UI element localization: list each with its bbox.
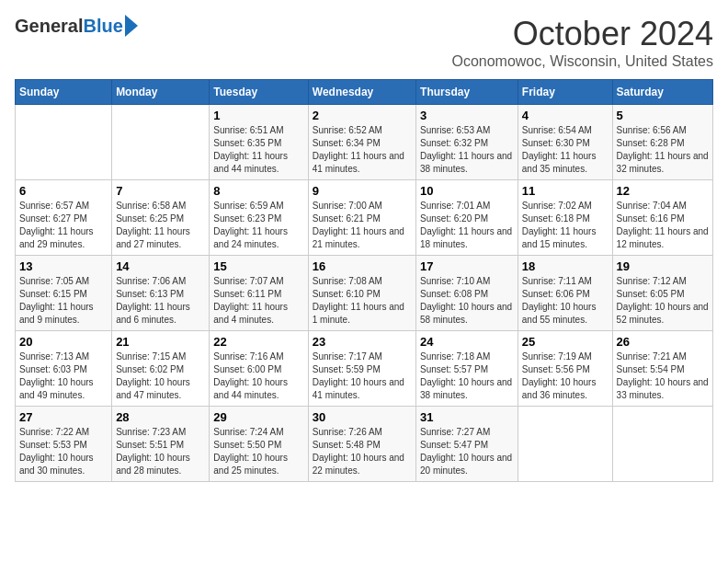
calendar-cell: 15Sunrise: 7:07 AM Sunset: 6:11 PM Dayli… xyxy=(210,256,308,331)
calendar-cell: 5Sunrise: 6:56 AM Sunset: 6:28 PM Daylig… xyxy=(612,105,712,180)
day-number: 29 xyxy=(213,410,303,424)
day-info: Sunrise: 7:24 AM Sunset: 5:50 PM Dayligh… xyxy=(213,426,303,477)
calendar-cell: 7Sunrise: 6:58 AM Sunset: 6:25 PM Daylig… xyxy=(112,180,210,256)
day-info: Sunrise: 6:53 AM Sunset: 6:32 PM Dayligh… xyxy=(420,124,514,176)
day-number: 31 xyxy=(420,410,514,424)
day-info: Sunrise: 7:21 AM Sunset: 5:54 PM Dayligh… xyxy=(617,350,709,402)
header-thursday: Thursday xyxy=(416,80,518,105)
calendar-cell xyxy=(112,105,210,180)
day-number: 13 xyxy=(19,259,108,273)
day-info: Sunrise: 7:04 AM Sunset: 6:16 PM Dayligh… xyxy=(617,200,709,251)
week-row-3: 13Sunrise: 7:05 AM Sunset: 6:15 PM Dayli… xyxy=(16,256,713,331)
calendar-cell: 14Sunrise: 7:06 AM Sunset: 6:13 PM Dayli… xyxy=(112,256,210,331)
day-info: Sunrise: 7:12 AM Sunset: 6:05 PM Dayligh… xyxy=(617,275,709,327)
day-number: 7 xyxy=(116,184,205,198)
day-info: Sunrise: 7:02 AM Sunset: 6:18 PM Dayligh… xyxy=(522,200,609,251)
week-row-2: 6Sunrise: 6:57 AM Sunset: 6:27 PM Daylig… xyxy=(16,180,713,256)
day-number: 25 xyxy=(522,335,609,349)
calendar-cell xyxy=(518,407,612,482)
calendar-cell: 10Sunrise: 7:01 AM Sunset: 6:20 PM Dayli… xyxy=(416,180,518,256)
calendar-cell xyxy=(612,407,712,482)
day-info: Sunrise: 7:13 AM Sunset: 6:03 PM Dayligh… xyxy=(19,350,108,402)
calendar-cell: 23Sunrise: 7:17 AM Sunset: 5:59 PM Dayli… xyxy=(308,331,415,407)
day-number: 15 xyxy=(213,259,303,273)
day-number: 21 xyxy=(116,335,205,349)
week-row-5: 27Sunrise: 7:22 AM Sunset: 5:53 PM Dayli… xyxy=(16,407,713,482)
day-number: 1 xyxy=(213,109,303,122)
calendar-cell: 17Sunrise: 7:10 AM Sunset: 6:08 PM Dayli… xyxy=(416,256,518,331)
day-number: 14 xyxy=(116,259,205,273)
day-info: Sunrise: 6:57 AM Sunset: 6:27 PM Dayligh… xyxy=(19,200,108,251)
day-number: 23 xyxy=(313,335,412,349)
header-wednesday: Wednesday xyxy=(308,80,415,105)
day-number: 30 xyxy=(313,410,412,424)
calendar-cell: 24Sunrise: 7:18 AM Sunset: 5:57 PM Dayli… xyxy=(416,331,518,407)
day-info: Sunrise: 7:27 AM Sunset: 5:47 PM Dayligh… xyxy=(420,426,514,477)
day-number: 8 xyxy=(213,184,303,198)
calendar-cell: 22Sunrise: 7:16 AM Sunset: 6:00 PM Dayli… xyxy=(210,331,308,407)
location-title: Oconomowoc, Wisconsin, United States xyxy=(451,53,713,70)
header-tuesday: Tuesday xyxy=(210,80,308,105)
day-info: Sunrise: 7:07 AM Sunset: 6:11 PM Dayligh… xyxy=(213,275,303,327)
title-block: October 2024 Oconomowoc, Wisconsin, Unit… xyxy=(451,15,713,70)
calendar-cell: 30Sunrise: 7:26 AM Sunset: 5:48 PM Dayli… xyxy=(308,407,415,482)
day-info: Sunrise: 7:08 AM Sunset: 6:10 PM Dayligh… xyxy=(313,275,412,327)
day-number: 10 xyxy=(420,184,514,198)
logo: General Blue xyxy=(15,15,138,37)
day-number: 20 xyxy=(19,335,108,349)
logo-arrow-icon xyxy=(125,15,138,37)
calendar-header-row: SundayMondayTuesdayWednesdayThursdayFrid… xyxy=(16,80,713,105)
header-monday: Monday xyxy=(112,80,210,105)
day-info: Sunrise: 7:11 AM Sunset: 6:06 PM Dayligh… xyxy=(522,275,609,327)
day-number: 18 xyxy=(522,259,609,273)
calendar-cell: 26Sunrise: 7:21 AM Sunset: 5:54 PM Dayli… xyxy=(612,331,712,407)
calendar-cell: 12Sunrise: 7:04 AM Sunset: 6:16 PM Dayli… xyxy=(612,180,712,256)
calendar-cell: 31Sunrise: 7:27 AM Sunset: 5:47 PM Dayli… xyxy=(416,407,518,482)
page-header: General Blue October 2024 Oconomowoc, Wi… xyxy=(15,15,713,70)
day-number: 24 xyxy=(420,335,514,349)
day-number: 9 xyxy=(313,184,412,198)
calendar-cell: 25Sunrise: 7:19 AM Sunset: 5:56 PM Dayli… xyxy=(518,331,612,407)
calendar-table: SundayMondayTuesdayWednesdayThursdayFrid… xyxy=(15,79,713,482)
day-number: 16 xyxy=(313,259,412,273)
day-number: 6 xyxy=(19,184,108,198)
day-info: Sunrise: 6:59 AM Sunset: 6:23 PM Dayligh… xyxy=(213,200,303,251)
header-friday: Friday xyxy=(518,80,612,105)
day-info: Sunrise: 6:52 AM Sunset: 6:34 PM Dayligh… xyxy=(313,124,412,176)
day-number: 28 xyxy=(116,410,205,424)
calendar-cell: 19Sunrise: 7:12 AM Sunset: 6:05 PM Dayli… xyxy=(612,256,712,331)
calendar-cell: 11Sunrise: 7:02 AM Sunset: 6:18 PM Dayli… xyxy=(518,180,612,256)
calendar-cell: 28Sunrise: 7:23 AM Sunset: 5:51 PM Dayli… xyxy=(112,407,210,482)
day-number: 12 xyxy=(617,184,709,198)
calendar-cell: 29Sunrise: 7:24 AM Sunset: 5:50 PM Dayli… xyxy=(210,407,308,482)
day-number: 11 xyxy=(522,184,609,198)
day-info: Sunrise: 7:01 AM Sunset: 6:20 PM Dayligh… xyxy=(420,200,514,251)
calendar-cell xyxy=(16,105,112,180)
calendar-cell: 20Sunrise: 7:13 AM Sunset: 6:03 PM Dayli… xyxy=(16,331,112,407)
day-info: Sunrise: 7:23 AM Sunset: 5:51 PM Dayligh… xyxy=(116,426,205,477)
calendar-cell: 9Sunrise: 7:00 AM Sunset: 6:21 PM Daylig… xyxy=(308,180,415,256)
calendar-cell: 13Sunrise: 7:05 AM Sunset: 6:15 PM Dayli… xyxy=(16,256,112,331)
logo-blue-text: Blue xyxy=(83,16,122,37)
week-row-1: 1Sunrise: 6:51 AM Sunset: 6:35 PM Daylig… xyxy=(16,105,713,180)
header-saturday: Saturday xyxy=(612,80,712,105)
calendar-cell: 1Sunrise: 6:51 AM Sunset: 6:35 PM Daylig… xyxy=(210,105,308,180)
calendar-cell: 4Sunrise: 6:54 AM Sunset: 6:30 PM Daylig… xyxy=(518,105,612,180)
day-number: 5 xyxy=(617,109,709,122)
day-info: Sunrise: 7:15 AM Sunset: 6:02 PM Dayligh… xyxy=(116,350,205,402)
day-number: 17 xyxy=(420,259,514,273)
calendar-cell: 3Sunrise: 6:53 AM Sunset: 6:32 PM Daylig… xyxy=(416,105,518,180)
header-sunday: Sunday xyxy=(16,80,112,105)
day-info: Sunrise: 7:17 AM Sunset: 5:59 PM Dayligh… xyxy=(313,350,412,402)
calendar-cell: 6Sunrise: 6:57 AM Sunset: 6:27 PM Daylig… xyxy=(16,180,112,256)
week-row-4: 20Sunrise: 7:13 AM Sunset: 6:03 PM Dayli… xyxy=(16,331,713,407)
day-info: Sunrise: 7:16 AM Sunset: 6:00 PM Dayligh… xyxy=(213,350,303,402)
day-info: Sunrise: 7:22 AM Sunset: 5:53 PM Dayligh… xyxy=(19,426,108,477)
day-info: Sunrise: 7:18 AM Sunset: 5:57 PM Dayligh… xyxy=(420,350,514,402)
day-info: Sunrise: 7:00 AM Sunset: 6:21 PM Dayligh… xyxy=(313,200,412,251)
day-info: Sunrise: 6:51 AM Sunset: 6:35 PM Dayligh… xyxy=(213,124,303,176)
day-info: Sunrise: 6:54 AM Sunset: 6:30 PM Dayligh… xyxy=(522,124,609,176)
day-info: Sunrise: 7:19 AM Sunset: 5:56 PM Dayligh… xyxy=(522,350,609,402)
day-number: 2 xyxy=(313,109,412,122)
calendar-cell: 18Sunrise: 7:11 AM Sunset: 6:06 PM Dayli… xyxy=(518,256,612,331)
